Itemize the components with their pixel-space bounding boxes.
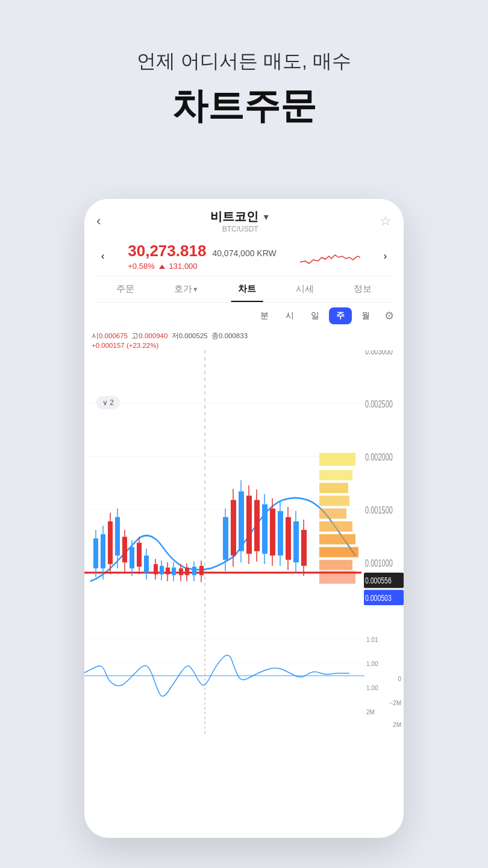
hero-subtitle: 언제 어디서든 매도, 매수 (0, 48, 488, 75)
hero-section: 언제 어디서든 매도, 매수 차트주문 (0, 0, 488, 155)
svg-rect-51 (172, 568, 176, 576)
svg-text:0.003000: 0.003000 (365, 350, 393, 357)
indicator-2m: 2M (393, 722, 401, 728)
svg-rect-30 (122, 536, 127, 562)
svg-rect-36 (137, 542, 142, 567)
tab-orderbook[interactable]: 호가▼ (163, 276, 210, 302)
svg-rect-11 (319, 495, 349, 506)
period-week[interactable]: 주 (329, 307, 352, 324)
indicator-chart: 1.01 1.00 1.00 2M (84, 615, 404, 736)
period-row: 분 시 일 주 월 ⚙ (84, 303, 404, 329)
back-button[interactable]: ‹ (96, 213, 101, 229)
svg-rect-17 (319, 571, 355, 583)
svg-text:2M: 2M (366, 709, 375, 715)
svg-rect-69 (231, 500, 236, 555)
svg-text:1.00: 1.00 (366, 685, 378, 691)
coin-name-label: 비트코인 (210, 209, 258, 225)
hero-title: 차트주문 (0, 82, 488, 131)
chart-area: 분 시 일 주 월 ⚙ 시0.000675 고0.000940 저0.00052… (84, 303, 404, 736)
main-chart[interactable]: 0.003000 0.002500 0.002000 0.001500 0.00… (84, 350, 404, 615)
svg-text:1.01: 1.01 (366, 637, 378, 643)
svg-rect-27 (115, 517, 120, 556)
svg-rect-18 (93, 538, 98, 568)
mini-sparkline (300, 244, 360, 268)
candlestick-chart: 0.003000 0.002500 0.002000 0.001500 0.00… (84, 350, 404, 615)
svg-rect-90 (286, 517, 291, 560)
svg-rect-81 (262, 504, 267, 553)
svg-rect-12 (319, 509, 346, 519)
coin-name-row: 비트코인 ▼ (210, 209, 271, 225)
indicator-zero: 0 (398, 676, 401, 682)
period-month[interactable]: 월 (354, 307, 377, 324)
svg-text:0.001000: 0.001000 (365, 558, 393, 568)
period-day[interactable]: 일 (304, 307, 327, 324)
svg-rect-10 (319, 483, 348, 493)
svg-rect-72 (239, 491, 244, 551)
expand-label: ∨ 2 (102, 398, 114, 407)
price-left: 30,273.818 40,074,000 KRW +0.58% 131,000 (128, 242, 277, 271)
indicator-area: 1.01 1.00 1.00 2M 0 −2M 2M (84, 615, 404, 736)
svg-rect-42 (154, 564, 158, 574)
ohlc-change: +0.000157 (+23.22%) (92, 342, 396, 349)
expand-tag[interactable]: ∨ 2 (96, 396, 120, 409)
phone-mockup: ‹ 비트코인 ▼ BTC/USDT ☆ ‹ 30,273.818 40,074,… (84, 199, 404, 838)
up-triangle-icon (159, 265, 165, 269)
close-val: 0.000833 (219, 332, 248, 339)
price-krw: 40,074,000 KRW (212, 248, 276, 258)
svg-rect-66 (223, 517, 228, 560)
tab-row: 주문 호가▼ 차트 시세 정보 (96, 276, 392, 303)
tab-order[interactable]: 주문 (105, 276, 145, 302)
svg-text:0.002500: 0.002500 (365, 399, 393, 409)
high-label: 고 (131, 332, 139, 339)
svg-rect-87 (278, 511, 283, 556)
tab-market[interactable]: 시세 (285, 276, 325, 302)
tab-info[interactable]: 정보 (343, 276, 383, 302)
change-pct: +0.58% (128, 262, 154, 271)
svg-rect-15 (319, 547, 358, 557)
coin-header: ‹ 비트코인 ▼ BTC/USDT ☆ ‹ 30,273.818 40,074,… (84, 199, 404, 303)
high-val: 0.000940 (139, 332, 167, 339)
chart-settings-icon[interactable]: ⚙ (384, 309, 394, 322)
period-min[interactable]: 분 (253, 307, 276, 324)
svg-rect-48 (166, 568, 170, 574)
low-val: 0.000525 (179, 332, 208, 339)
coin-pair: BTC/USDT (210, 225, 271, 233)
indicator-neg2m: −2M (389, 700, 401, 706)
svg-rect-14 (319, 534, 355, 544)
svg-rect-57 (185, 568, 189, 576)
price-nav-right[interactable]: › (384, 251, 387, 262)
favorite-icon[interactable]: ☆ (380, 213, 392, 229)
svg-rect-84 (270, 509, 275, 556)
close-label: 종 (211, 332, 219, 339)
svg-rect-78 (254, 500, 260, 551)
svg-text:1.00: 1.00 (366, 661, 378, 667)
svg-rect-21 (101, 534, 105, 568)
svg-text:0.002000: 0.002000 (365, 452, 393, 462)
price-nav-left[interactable]: ‹ (101, 251, 104, 262)
price-main: 30,273.818 (128, 242, 206, 260)
period-hour[interactable]: 시 (278, 307, 301, 324)
open-val: 0.000675 (99, 332, 128, 339)
svg-rect-75 (246, 495, 252, 554)
ohlc-info: 시0.000675 고0.000940 저0.000525 종0.000833 … (84, 329, 404, 350)
svg-rect-63 (199, 566, 204, 576)
svg-rect-13 (319, 521, 352, 532)
svg-rect-93 (293, 521, 299, 562)
svg-rect-8 (319, 453, 355, 465)
svg-rect-16 (319, 560, 352, 570)
low-label: 저 (172, 332, 179, 339)
svg-rect-39 (144, 556, 149, 573)
svg-rect-24 (108, 521, 113, 564)
svg-rect-33 (130, 547, 134, 568)
coin-dropdown-icon[interactable]: ▼ (262, 212, 271, 222)
tab-chart[interactable]: 차트 (227, 276, 267, 302)
price-change: +0.58% 131,000 (128, 262, 277, 271)
svg-rect-60 (192, 567, 196, 575)
svg-text:0.000503: 0.000503 (365, 593, 392, 603)
svg-rect-9 (319, 470, 352, 480)
open-label: 시 (92, 332, 99, 339)
svg-rect-96 (301, 530, 307, 566)
svg-text:0.001500: 0.001500 (365, 505, 393, 515)
price-row: ‹ 30,273.818 40,074,000 KRW +0.58% 131,0… (96, 236, 392, 276)
svg-rect-45 (160, 566, 164, 574)
